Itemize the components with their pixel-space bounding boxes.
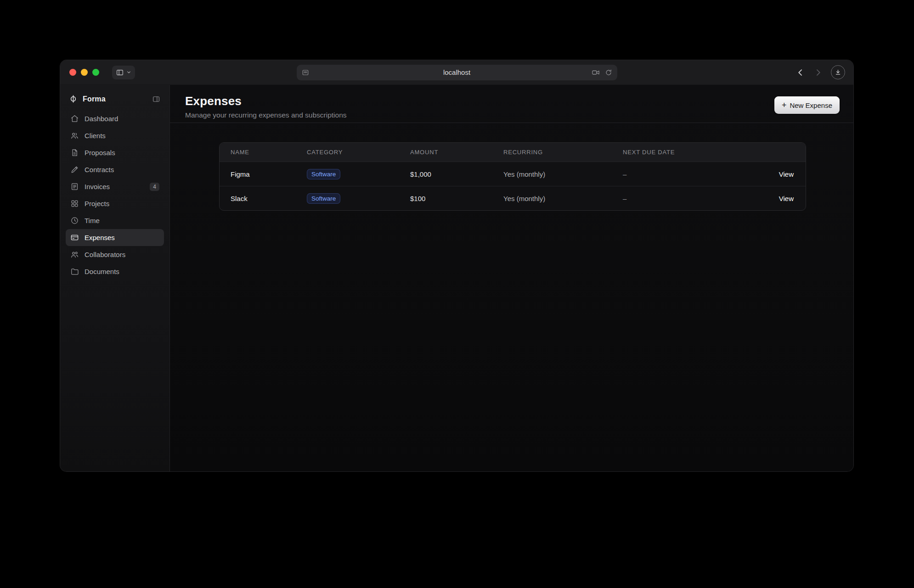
browser-titlebar: localhost: [60, 60, 853, 85]
expenses-table: NAME CATEGORY AMOUNT RECURRING NEXT DUE …: [219, 142, 806, 211]
zoom-window-button[interactable]: [92, 69, 99, 76]
sidebar-item-projects[interactable]: Projects: [66, 195, 164, 212]
main-content: Expenses Manage your recurring expenses …: [170, 85, 853, 471]
category-badge: Software: [307, 193, 340, 204]
sidebar-item-invoices[interactable]: Invoices 4: [66, 178, 164, 195]
sidebar-item-label: Expenses: [85, 234, 115, 241]
chevron-left-icon: [796, 68, 805, 77]
sidebar-item-time[interactable]: Time: [66, 212, 164, 229]
table-row[interactable]: Slack Software $100 Yes (monthly) – View: [220, 186, 806, 210]
grid-icon: [70, 199, 79, 208]
users-icon: [70, 131, 79, 140]
home-icon: [70, 114, 79, 123]
view-expense-button[interactable]: View: [779, 195, 794, 202]
col-header-category: CATEGORY: [307, 149, 410, 156]
sidebar-item-clients[interactable]: Clients: [66, 127, 164, 144]
table-row[interactable]: Figma Software $1,000 Yes (monthly) – Vi…: [220, 162, 806, 186]
expense-amount: $100: [410, 195, 503, 202]
invoices-count-badge: 4: [150, 183, 159, 191]
col-header-name: NAME: [231, 149, 307, 156]
downloads-button[interactable]: [831, 65, 845, 79]
invoice-icon: [70, 182, 79, 191]
sidebar-item-label: Dashboard: [85, 115, 118, 123]
forma-logo-icon: [68, 94, 78, 104]
sidebar-item-label: Time: [85, 217, 100, 224]
download-icon: [835, 69, 841, 76]
close-window-button[interactable]: [69, 69, 76, 76]
clock-icon: [70, 216, 79, 225]
expense-name: Figma: [231, 170, 307, 178]
sidebar-item-dashboard[interactable]: Dashboard: [66, 110, 164, 127]
address-bar[interactable]: localhost: [297, 65, 617, 80]
brand-name: Forma: [83, 95, 106, 103]
chevron-down-icon: [126, 70, 131, 75]
card-icon: [70, 233, 79, 242]
expense-next-due: –: [623, 170, 751, 178]
sidebar-item-contracts[interactable]: Contracts: [66, 161, 164, 178]
sidebar-header: Forma: [66, 92, 164, 110]
sidebar-panel-icon: [116, 68, 124, 77]
pen-icon: [70, 165, 79, 174]
folder-icon: [70, 267, 79, 276]
browser-window: localhost: [60, 60, 853, 471]
expense-next-due: –: [623, 195, 751, 202]
app-sidebar: Forma Dashboard Clients Proposals Contra…: [60, 85, 170, 471]
forward-button[interactable]: [813, 68, 823, 77]
expense-name: Slack: [231, 195, 307, 202]
col-header-next-due-date: NEXT DUE DATE: [623, 149, 751, 156]
page-subtitle: Manage your recurring expenses and subsc…: [185, 111, 347, 119]
people-icon: [70, 250, 79, 259]
sidebar-item-proposals[interactable]: Proposals: [66, 144, 164, 161]
window-controls: [60, 69, 99, 76]
table-header-row: NAME CATEGORY AMOUNT RECURRING NEXT DUE …: [220, 143, 806, 162]
sidebar-item-label: Collaborators: [85, 251, 125, 258]
camera-permission-icon[interactable]: [592, 68, 600, 77]
page-header: Expenses Manage your recurring expenses …: [170, 85, 853, 123]
sidebar-item-collaborators[interactable]: Collaborators: [66, 246, 164, 263]
sidebar-collapse-button[interactable]: [152, 95, 160, 103]
view-expense-button[interactable]: View: [779, 170, 794, 178]
chevron-right-icon: [813, 68, 823, 77]
new-expense-label: New Expense: [790, 101, 832, 109]
sidebar-item-label: Invoices: [85, 183, 110, 190]
sidebar-toggle-button[interactable]: [112, 66, 135, 79]
panel-right-icon: [152, 95, 160, 103]
minimize-window-button[interactable]: [81, 69, 88, 76]
col-header-amount: AMOUNT: [410, 149, 503, 156]
sidebar-item-expenses[interactable]: Expenses: [66, 229, 164, 246]
reload-icon[interactable]: [605, 69, 612, 76]
sidebar-item-label: Contracts: [85, 166, 114, 174]
plus-icon: +: [782, 101, 787, 109]
new-expense-button[interactable]: + New Expense: [774, 96, 840, 114]
document-icon: [70, 148, 79, 157]
category-badge: Software: [307, 169, 340, 179]
expense-amount: $1,000: [410, 170, 503, 178]
expense-recurring: Yes (monthly): [503, 170, 623, 178]
expense-recurring: Yes (monthly): [503, 195, 623, 202]
sidebar-item-label: Documents: [85, 268, 119, 275]
sidebar-item-label: Proposals: [85, 149, 115, 157]
sidebar-item-label: Projects: [85, 200, 109, 207]
page-title: Expenses: [185, 94, 347, 108]
url-text: localhost: [297, 68, 617, 76]
sidebar-item-documents[interactable]: Documents: [66, 263, 164, 280]
back-button[interactable]: [796, 68, 805, 77]
sidebar-item-label: Clients: [85, 132, 106, 140]
col-header-recurring: RECURRING: [503, 149, 623, 156]
